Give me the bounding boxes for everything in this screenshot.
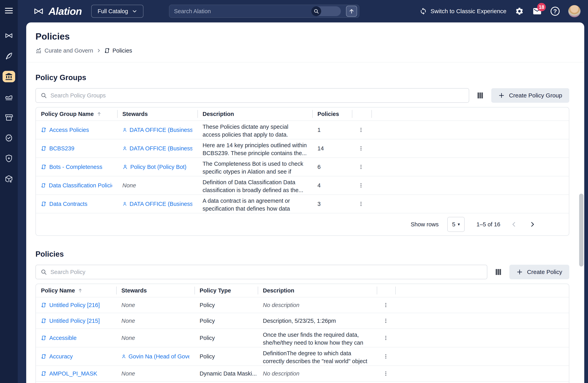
- steward-link[interactable]: DATA OFFICE (Business Op: [129, 145, 192, 152]
- hamburger-menu-icon[interactable]: [5, 6, 13, 15]
- row-actions-kebab[interactable]: [357, 200, 365, 208]
- policy-link[interactable]: AMPOL_PI_MASK: [49, 370, 97, 377]
- create-policy-group-button[interactable]: Create Policy Group: [491, 88, 569, 103]
- policies-heading: Policies: [36, 250, 569, 258]
- steward-link[interactable]: Govin Na (Head of Governa: [128, 353, 189, 360]
- policy-scroll-icon: [41, 318, 46, 324]
- description-cell: Here are 14 key principles outlined with…: [197, 139, 312, 157]
- row-actions-kebab[interactable]: [382, 301, 390, 309]
- create-policy-button[interactable]: Create Policy: [509, 265, 569, 279]
- policy-group-link[interactable]: Access Policies: [49, 127, 89, 133]
- help-button[interactable]: ?: [550, 7, 560, 16]
- page-title: Policies: [36, 31, 569, 42]
- policies-columns-button[interactable]: [494, 268, 503, 276]
- policy-group-link[interactable]: Data Classification Policies: [49, 182, 112, 189]
- breadcrumb-curate-and-govern[interactable]: Curate and Govern: [36, 47, 93, 54]
- previous-page-button[interactable]: [509, 219, 519, 229]
- policy-groups-columns-button[interactable]: [476, 91, 484, 100]
- full-catalog-dropdown[interactable]: Full Catalog: [91, 5, 144, 18]
- sidebar-item-authoring[interactable]: [2, 50, 15, 62]
- column-header-spacer: [371, 107, 569, 120]
- row-actions-kebab[interactable]: [382, 334, 390, 342]
- sidebar-item-products[interactable]: [2, 173, 15, 185]
- chevron-down-icon: [132, 9, 137, 14]
- column-header-policy-name[interactable]: Policy Name: [36, 284, 116, 297]
- breadcrumb-policies[interactable]: Policies: [104, 47, 132, 54]
- description-cell: Description, 5/23/25, 1:26pm: [258, 315, 377, 327]
- next-page-button[interactable]: [527, 219, 537, 229]
- search-mode-toggle[interactable]: [311, 6, 341, 16]
- person-icon: [122, 164, 128, 170]
- trend-icon: [36, 47, 42, 54]
- person-icon: [122, 201, 127, 207]
- policy-type-cell: Policy: [194, 352, 258, 361]
- global-search-input[interactable]: [174, 8, 309, 15]
- person-icon: [122, 127, 127, 133]
- row-actions-kebab[interactable]: [357, 181, 365, 189]
- row-actions-kebab[interactable]: [357, 126, 365, 134]
- policy-type-cell: Policy: [194, 316, 258, 326]
- sidebar-item-catalog[interactable]: [2, 30, 15, 41]
- page-scrollbar[interactable]: [579, 22, 584, 383]
- sidebar-item-certification[interactable]: [2, 132, 15, 144]
- policy-group-link[interactable]: Bots - Completeness: [49, 164, 102, 170]
- row-actions-kebab[interactable]: [382, 317, 390, 325]
- user-avatar[interactable]: [568, 5, 581, 17]
- column-header-policy-type[interactable]: Policy Type: [194, 284, 258, 297]
- topbar: Alation Full Catalog Switch to Classic E…: [18, 0, 588, 22]
- policy-scroll-icon: [41, 302, 46, 308]
- description-cell: A data contract is an agreement or speci…: [197, 195, 312, 213]
- switch-classic-link[interactable]: Switch to Classic Experience: [420, 7, 506, 15]
- policy-link[interactable]: Accuracy: [49, 353, 73, 360]
- column-header-description[interactable]: Description: [197, 107, 312, 120]
- sidebar-item-analytics[interactable]: [2, 91, 15, 103]
- kebab-icon: [383, 302, 389, 308]
- policy-groups-heading: Policy Groups: [36, 73, 569, 82]
- sidebar-item-trust[interactable]: [2, 153, 15, 164]
- column-header-stewards[interactable]: Stewards: [117, 107, 197, 120]
- policy-link[interactable]: Untitled Policy [215]: [49, 318, 100, 324]
- row-actions-kebab[interactable]: [382, 352, 390, 360]
- steward-link[interactable]: Policy Bot (Policy Bot): [130, 164, 187, 170]
- row-actions-kebab[interactable]: [357, 163, 365, 171]
- policy-scroll-icon: [41, 335, 46, 341]
- search-submit-button[interactable]: [346, 6, 357, 17]
- column-header-spacer: [395, 284, 569, 297]
- description-cell: No description: [258, 368, 377, 380]
- sidebar-item-governance[interactable]: [2, 71, 15, 82]
- policies-toolbar: Create Policy: [36, 265, 569, 279]
- table-row: BCBS239 DATA OFFICE (Business Op Here ar…: [36, 139, 569, 157]
- scrollbar-thumb[interactable]: [579, 194, 584, 267]
- steward-none: None: [122, 182, 136, 189]
- column-header-policies[interactable]: Policies: [312, 107, 352, 120]
- row-actions-kebab[interactable]: [382, 370, 390, 378]
- logo-text: Alation: [48, 5, 82, 17]
- column-header-policy-group-name[interactable]: Policy Group Name: [36, 107, 117, 120]
- page-range: 1–5 of 16: [477, 221, 500, 228]
- policy-link[interactable]: Untitled Policy [216]: [49, 302, 100, 308]
- policy-group-link[interactable]: BCBS239: [49, 145, 74, 152]
- kebab-icon: [383, 318, 389, 324]
- chevron-left-icon: [511, 221, 517, 228]
- policy-groups-search-input[interactable]: [50, 92, 464, 99]
- notifications-button[interactable]: 18: [532, 6, 542, 16]
- policies-search-input[interactable]: [50, 269, 482, 275]
- policy-link[interactable]: Accessible: [49, 335, 77, 341]
- policy-group-link[interactable]: Data Contracts: [49, 201, 87, 207]
- search-icon: [314, 8, 319, 14]
- table-row: Accuracy Govin Na (Head of Governa Polic…: [36, 347, 569, 365]
- columns-icon: [495, 268, 502, 276]
- plus-icon: [516, 269, 523, 275]
- table-row: Data Classification Policies None Defini…: [36, 176, 569, 194]
- settings-button[interactable]: [515, 7, 524, 16]
- steward-link[interactable]: DATA OFFICE (Business Op: [129, 201, 192, 207]
- row-actions-kebab[interactable]: [357, 144, 365, 152]
- steward-link[interactable]: DATA OFFICE (Business Op: [129, 127, 192, 133]
- description-cell: DefinitionThe degree to which data corre…: [258, 347, 377, 365]
- page-background: Policies Curate and Govern Policies Poli…: [18, 22, 588, 383]
- sidebar-item-marketplace[interactable]: [2, 112, 15, 123]
- rows-per-page-select[interactable]: 5▾: [447, 217, 465, 232]
- column-header-description[interactable]: Description: [258, 284, 377, 297]
- alation-logo[interactable]: Alation: [32, 5, 82, 17]
- column-header-stewards[interactable]: Stewards: [116, 284, 194, 297]
